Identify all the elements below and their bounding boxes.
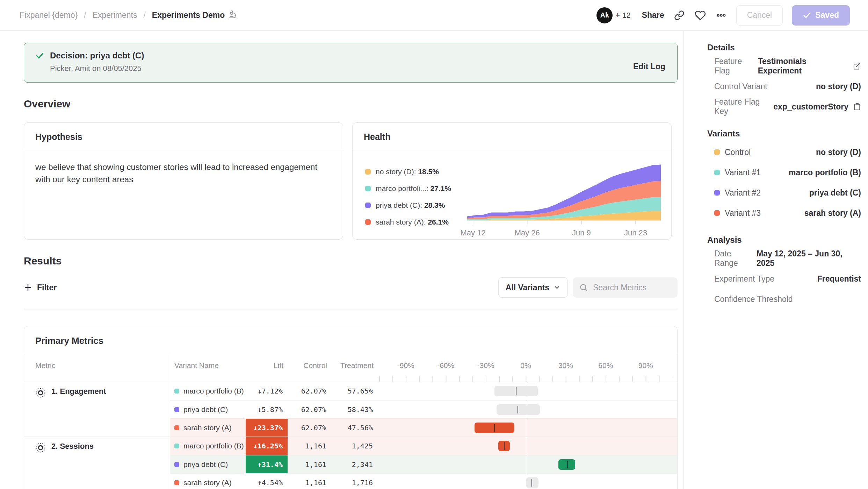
cancel-button[interactable]: Cancel	[736, 5, 783, 26]
experiment-type-row: Experiment Type Frequentist	[707, 269, 861, 289]
lift-marker	[567, 461, 568, 468]
search-metrics-box[interactable]	[573, 277, 678, 298]
health-x-axis-labels: May 12May 26Jun 9Jun 23	[467, 226, 661, 238]
results-heading: Results	[24, 255, 678, 267]
lift-cell: ↓5.87%	[246, 401, 288, 418]
hypothesis-body[interactable]: we believe that showing customer stories…	[24, 150, 332, 197]
share-button[interactable]: Share	[642, 10, 664, 20]
variant-name: sarah story (A)	[183, 424, 232, 432]
lift-marker	[504, 442, 505, 450]
lift-value: ↓5.87%	[246, 405, 288, 414]
zero-baseline	[526, 455, 527, 473]
date-range-value: May 12, 2025 – Jun 30, 2025	[757, 249, 861, 268]
lift-cell: ↑31.4%	[246, 455, 288, 473]
variant-cell: sarah story (A)	[170, 474, 246, 489]
metric-cell[interactable]: 2. Sessions	[24, 437, 170, 489]
column-header-metric: Metric	[24, 354, 170, 382]
legend-label: no story (D): 18.5%	[376, 168, 439, 176]
copy-clipboard-icon[interactable]	[853, 103, 861, 111]
lift-cell: ↑4.54%	[246, 474, 288, 489]
hypothesis-card: Hypothesis we believe that showing custo…	[24, 122, 343, 240]
lift-cell: ↓7.12%	[246, 382, 288, 400]
avatar-overflow-count[interactable]: + 12	[615, 11, 630, 20]
check-icon	[35, 51, 44, 60]
confidence-interval-cell	[378, 382, 677, 400]
variant-swatch	[174, 425, 179, 430]
breadcrumb-project[interactable]: Fixpanel {demo}	[20, 10, 78, 20]
date-range-label: Date Range	[714, 249, 757, 268]
metric-rows: marco portfolio (B)↓16.25%1,1611,425priy…	[170, 437, 677, 489]
table-row[interactable]: sarah story (A)↑4.54%1,1611,716	[170, 473, 677, 489]
variant-cell: priya debt (C)	[170, 455, 246, 473]
control-value: 62.07%	[288, 401, 331, 418]
confidence-interval-plot	[379, 474, 672, 489]
treatment-value: 1,716	[331, 474, 378, 489]
column-header-variant-name: Variant Name	[170, 354, 246, 382]
health-legend: no story (D): 18.5%marco portfoli...: 27…	[365, 161, 467, 238]
microscope-icon	[228, 10, 237, 21]
lift-axis-tick-label: -30%	[477, 361, 494, 370]
external-link-icon[interactable]	[853, 62, 861, 70]
confidence-threshold-label: Confidence Threshold	[714, 295, 793, 304]
more-options-icon[interactable]	[715, 9, 727, 21]
details-section-title: Details	[707, 43, 861, 52]
breadcrumb-experiments[interactable]: Experiments	[93, 10, 137, 20]
metric-cell[interactable]: 1. Engagement	[24, 382, 170, 437]
search-metrics-input[interactable]	[593, 283, 670, 292]
legend-label: priya debt (C): 28.3%	[376, 201, 445, 210]
confidence-interval-plot	[379, 455, 672, 473]
copy-link-icon[interactable]	[673, 9, 685, 21]
variant-value: priya debt (C)	[809, 188, 861, 198]
lift-axis-tick-label: 0%	[520, 361, 531, 370]
confidence-interval-cell	[378, 419, 677, 437]
metric-group: 2. Sessionsmarco portfolio (B)↓16.25%1,1…	[24, 437, 677, 489]
lift-marker	[494, 424, 495, 432]
experiment-type-label: Experiment Type	[714, 274, 774, 284]
legend-swatch	[365, 203, 371, 208]
experiment-type-value: Frequentist	[817, 274, 861, 284]
variant-label-text: Variant #2	[725, 188, 761, 198]
zero-baseline	[526, 437, 527, 455]
lift-axis-header: -90%-60%-30%0%30%60%90%	[378, 354, 677, 382]
variant-name: priya debt (C)	[183, 460, 228, 469]
table-row[interactable]: marco portfolio (B)↓7.12%62.07%57.65%	[170, 382, 677, 400]
legend-item: no story (D): 18.5%	[365, 163, 467, 180]
main-content: Decision: priya debt (C) Picker, Amit on…	[0, 31, 683, 489]
control-value: 1,161	[288, 455, 331, 473]
health-area-chart: May 12May 26Jun 9Jun 23	[467, 161, 664, 238]
x-axis-label: May 26	[515, 228, 540, 238]
variant-swatch	[174, 462, 179, 467]
table-row[interactable]: priya debt (C)↓5.87%62.07%58.43%	[170, 400, 677, 418]
table-row[interactable]: marco portfolio (B)↓16.25%1,1611,425	[170, 437, 677, 455]
metric-goal-icon	[35, 388, 46, 398]
variant-cell: priya debt (C)	[170, 401, 246, 418]
avatar[interactable]: Ak	[596, 7, 613, 23]
edit-log-button[interactable]: Edit Log	[633, 62, 665, 71]
variants-dropdown[interactable]: All Variants	[498, 277, 568, 298]
lift-axis-tick-label: 60%	[598, 361, 613, 370]
favorite-heart-icon[interactable]	[694, 9, 706, 21]
confidence-interval-plot	[379, 401, 672, 418]
column-header-lift: Lift	[246, 354, 288, 382]
confidence-interval-cell	[378, 474, 677, 489]
details-sidebar: Details Feature Flag Testimonials Experi…	[683, 31, 868, 489]
confidence-interval-plot	[379, 419, 672, 437]
column-header-treatment: Treatment	[331, 354, 378, 382]
legend-value: 27.1%	[430, 184, 451, 192]
lift-value: ↑4.54%	[246, 479, 288, 487]
saved-button[interactable]: Saved	[792, 5, 850, 26]
control-value: 1,161	[288, 474, 331, 489]
legend-label: sarah story (A): 26.1%	[376, 218, 449, 226]
primary-metrics-title: Primary Metrics	[24, 326, 677, 354]
table-row[interactable]: sarah story (A)↓23.37%62.07%47.56%	[170, 418, 677, 437]
variant-label: Variant #2	[714, 188, 761, 198]
variant-label: Control	[714, 148, 751, 157]
treatment-value: 57.65%	[331, 382, 378, 400]
variants-dropdown-value: All Variants	[506, 283, 549, 292]
table-row[interactable]: priya debt (C)↑31.4%1,1612,341	[170, 455, 677, 473]
variant-value: marco portfolio (B)	[789, 168, 861, 177]
decision-banner: Decision: priya debt (C) Picker, Amit on…	[24, 43, 678, 83]
variant-swatch	[174, 389, 179, 394]
metric-goal-icon	[35, 442, 46, 453]
add-filter-button[interactable]: Filter	[24, 283, 57, 292]
